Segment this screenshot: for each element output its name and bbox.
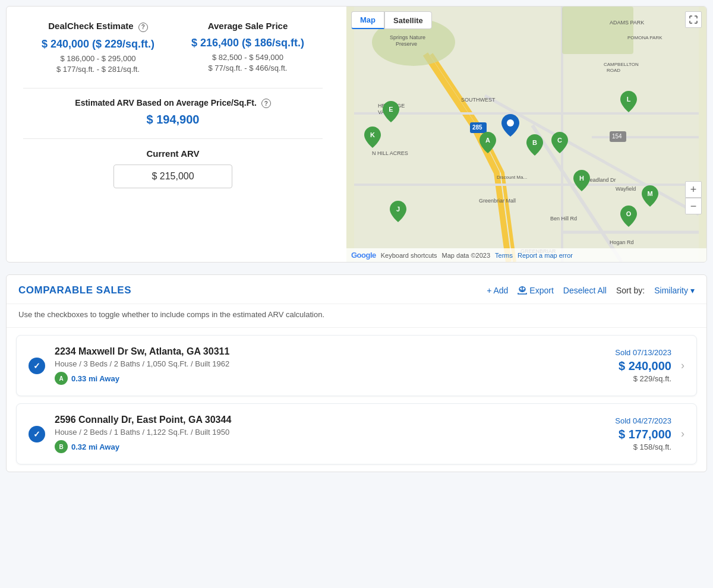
svg-text:O: O <box>626 210 631 217</box>
sale-card-1: ✓ 2234 Maxwell Dr Sw, Atlanta, GA 30311 … <box>16 335 697 396</box>
distance-text-2: 0.32 mi Away <box>71 442 119 451</box>
marker-H[interactable]: H <box>573 170 590 193</box>
marker-subject[interactable] <box>501 114 519 138</box>
deselect-all-button[interactable]: Deselect All <box>563 286 607 295</box>
sale-checkbox-2[interactable]: ✓ <box>29 426 45 442</box>
map-zoom-in-button[interactable]: + <box>685 181 702 198</box>
svg-text:H: H <box>579 175 584 182</box>
average-title: Average Sale Price <box>173 21 323 31</box>
svg-text:Springs Nature: Springs Nature <box>390 34 425 40</box>
dealcheck-help-icon[interactable]: ? <box>138 23 148 32</box>
dealcheck-main-value: $ 240,000 ($ 229/sq.ft.) <box>23 38 173 50</box>
sort-value-label: Similarity <box>654 286 688 295</box>
marker-M[interactable]: M <box>642 185 658 208</box>
marker-C[interactable]: C <box>551 132 568 155</box>
arv-help-icon[interactable]: ? <box>261 99 271 108</box>
svg-text:M: M <box>647 190 652 197</box>
sale-chevron-2[interactable]: › <box>681 428 684 440</box>
arv-title: Estimated ARV Based on Average Price/Sq.… <box>23 98 323 109</box>
divider2 <box>23 138 323 139</box>
sale-date-1: Sold 07/13/2023 <box>615 348 671 357</box>
sort-by-label: Sort by: <box>616 286 645 295</box>
marker-J[interactable]: J <box>390 201 406 224</box>
add-comp-button[interactable]: + Add <box>487 286 508 295</box>
average-main-value: $ 216,400 ($ 186/sq.ft.) <box>173 37 323 49</box>
export-label: Export <box>529 286 553 295</box>
marker-A[interactable]: A <box>479 132 496 155</box>
svg-text:C: C <box>557 137 562 144</box>
svg-text:Wayfield: Wayfield <box>616 186 636 192</box>
estimate-panel: DealCheck Estimate ? $ 240,000 ($ 229/sq… <box>7 7 339 262</box>
svg-text:J: J <box>396 206 400 213</box>
svg-text:N HILL ACRES: N HILL ACRES <box>372 150 408 156</box>
map-view-button[interactable]: Map <box>351 11 384 29</box>
average-range2: $ 77/sq.ft. - $ 466/sq.ft. <box>173 64 323 72</box>
map-controls: Map Satellite <box>351 11 432 29</box>
current-arv-input[interactable] <box>113 165 232 188</box>
marker-O[interactable]: O <box>620 206 637 229</box>
divider1 <box>23 88 323 88</box>
sale-details-1: House / 3 Beds / 2 Baths / 1,050 Sq.Ft. … <box>55 359 605 368</box>
comparable-header: COMPARABLE SALES + Add Export Deselect A… <box>7 275 706 304</box>
sale-distance-2: B 0.32 mi Away <box>55 440 605 453</box>
map-placeholder: Springs Nature Preserve ADAMS PARK POMON… <box>346 7 706 262</box>
svg-text:Headland Dr: Headland Dr <box>586 177 616 183</box>
svg-text:SOUTHWEST: SOUTHWEST <box>461 97 496 103</box>
current-arv-section: Current ARV <box>23 148 323 188</box>
top-section: DealCheck Estimate ? $ 240,000 ($ 229/sq… <box>6 6 707 263</box>
marker-B[interactable]: B <box>526 134 543 157</box>
svg-text:Preserve: Preserve <box>396 41 417 47</box>
svg-text:ROAD: ROAD <box>607 68 620 73</box>
svg-text:L: L <box>626 96 630 103</box>
sale-checkbox-1[interactable]: ✓ <box>29 358 45 374</box>
sale-cards-container: ✓ 2234 Maxwell Dr Sw, Atlanta, GA 30311 … <box>7 328 706 472</box>
sale-chevron-1[interactable]: › <box>681 359 684 372</box>
sale-card-2: ✓ 2596 Connally Dr, East Point, GA 30344… <box>16 403 697 464</box>
sale-distance-1: A 0.33 mi Away <box>55 372 605 385</box>
sale-details-2: House / 2 Beds / 1 Baths / 1,122 Sq.Ft. … <box>55 428 605 437</box>
comparable-actions: + Add Export Deselect All Sort by: Simil… <box>487 286 695 295</box>
checkmark-2: ✓ <box>33 429 40 439</box>
satellite-view-button[interactable]: Satellite <box>384 11 432 29</box>
average-column: Average Sale Price $ 216,400 ($ 186/sq.f… <box>173 21 323 74</box>
arv-label: Estimated ARV Based on Average Price/Sq.… <box>75 98 257 108</box>
comparable-title: COMPARABLE SALES <box>18 284 131 296</box>
distance-text-1: 0.33 mi Away <box>71 374 119 383</box>
map-footer: Google Keyboard shortcuts Map data ©2023… <box>346 248 706 262</box>
map-expand-button[interactable] <box>685 11 702 28</box>
average-range1: $ 82,500 - $ 549,000 <box>173 53 323 62</box>
dealcheck-range2: $ 177/sq.ft. - $ 281/sq.ft. <box>23 65 173 74</box>
keyboard-shortcuts[interactable]: Keyboard shortcuts <box>381 252 437 259</box>
comparable-hint: Use the checkboxes to toggle whether to … <box>7 304 706 328</box>
svg-text:Greenbriar Mall: Greenbriar Mall <box>479 198 516 204</box>
terms-link[interactable]: Terms <box>495 252 513 259</box>
arv-section: Estimated ARV Based on Average Price/Sq.… <box>23 98 323 127</box>
distance-badge-2: B <box>55 440 68 453</box>
sale-price-section-1: Sold 07/13/2023 $ 240,000 $ 229/sq.ft. <box>615 348 671 383</box>
map-zoom-out-button[interactable]: − <box>685 198 702 214</box>
comparable-sales-section: COMPARABLE SALES + Add Export Deselect A… <box>6 274 707 472</box>
sale-price-section-2: Sold 04/27/2023 $ 177,000 $ 158/sq.ft. <box>615 416 671 451</box>
dealcheck-column: DealCheck Estimate ? $ 240,000 ($ 229/sq… <box>23 21 173 74</box>
marker-E[interactable]: E <box>383 101 399 124</box>
marker-L[interactable]: L <box>620 91 637 114</box>
estimate-columns: DealCheck Estimate ? $ 240,000 ($ 229/sq… <box>23 21 323 74</box>
sale-date-2: Sold 04/27/2023 <box>615 416 671 425</box>
checkmark-1: ✓ <box>33 361 40 371</box>
sort-dropdown[interactable]: Similarity ▾ <box>654 286 695 295</box>
svg-text:A: A <box>485 137 490 144</box>
sale-price-1: $ 240,000 <box>615 359 671 373</box>
expand-icon <box>689 15 698 24</box>
dealcheck-range1: $ 186,000 - $ 295,000 <box>23 54 173 63</box>
arv-value: $ 194,900 <box>23 113 323 127</box>
svg-text:Discount Ma...: Discount Ma... <box>497 175 527 180</box>
dealcheck-label: DealCheck Estimate <box>48 21 133 31</box>
sale-ppsf-1: $ 229/sq.ft. <box>615 374 671 383</box>
report-error-link[interactable]: Report a map error <box>518 252 573 259</box>
marker-K[interactable]: K <box>364 127 381 150</box>
export-button[interactable]: Export <box>518 286 553 295</box>
distance-badge-1: A <box>55 372 68 385</box>
svg-text:K: K <box>370 131 375 138</box>
svg-text:Ben Hill Rd: Ben Hill Rd <box>550 216 577 222</box>
sale-price-2: $ 177,000 <box>615 428 671 441</box>
